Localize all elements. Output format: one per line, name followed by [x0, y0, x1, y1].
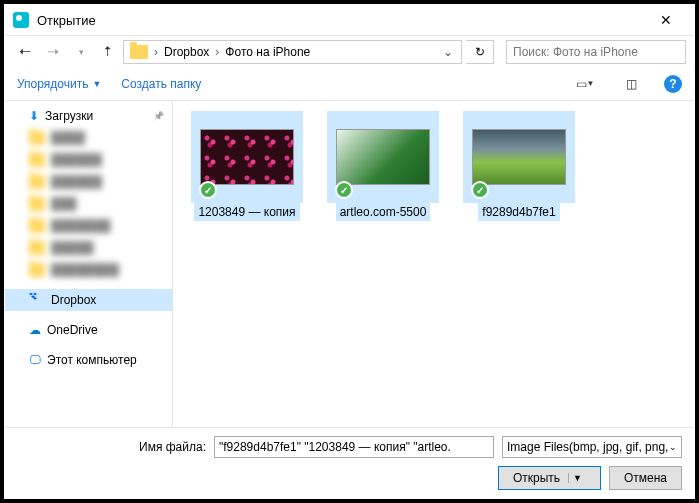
sidebar-item-downloads[interactable]: ⬇ Загрузки	[5, 105, 172, 127]
titlebar: Открытие ✕	[5, 5, 694, 35]
search-input[interactable]: Поиск: Фото на iPhone	[506, 40, 686, 64]
file-name: f9289d4b7fe1	[478, 203, 559, 221]
navigation-tree[interactable]: ⬇ Загрузки ████ ██████ ██████ ███ ██████…	[5, 101, 173, 427]
file-name: artleo.com-5500	[336, 203, 431, 221]
close-button[interactable]: ✕	[646, 5, 686, 35]
dialog-footer: Имя файла: Image Files(bmp, jpg, gif, pn…	[5, 427, 694, 498]
filename-label: Имя файла:	[139, 440, 206, 454]
chevron-down-icon: ▼	[92, 79, 101, 89]
sidebar-item-hidden[interactable]: ███████	[5, 215, 172, 237]
view-options-button[interactable]: ▭ ▼	[572, 73, 598, 95]
file-type-filter[interactable]: Image Files(bmp, jpg, gif, png, ⌄	[502, 436, 682, 458]
open-dropdown[interactable]: ▼	[568, 473, 586, 483]
app-icon	[13, 12, 29, 28]
sync-checkmark-icon	[335, 181, 353, 199]
sidebar-item-hidden[interactable]: ████████	[5, 259, 172, 281]
thumbnail-image	[336, 129, 430, 185]
address-bar[interactable]: › Dropbox › Фото на iPhone ⌄	[123, 40, 462, 64]
download-icon: ⬇	[29, 109, 39, 123]
window-title: Открытие	[37, 13, 646, 28]
open-button[interactable]: Открыть ▼	[498, 466, 601, 490]
back-button[interactable]: 🠐	[13, 40, 37, 64]
chevron-right-icon[interactable]: ›	[152, 45, 160, 59]
recent-dropdown[interactable]: ▾	[69, 40, 93, 64]
sidebar-item-hidden[interactable]: ███	[5, 193, 172, 215]
folder-icon	[130, 45, 148, 59]
sidebar-item-this-pc[interactable]: 🖵 Этот компьютер	[5, 349, 172, 371]
sidebar-item-hidden[interactable]: █████	[5, 237, 172, 259]
chevron-right-icon[interactable]: ›	[213, 45, 221, 59]
sync-checkmark-icon	[199, 181, 217, 199]
dialog-body: ⬇ Загрузки ████ ██████ ██████ ███ ██████…	[5, 101, 694, 427]
navigation-bar: 🠐 🠒 ▾ 🠑 › Dropbox › Фото на iPhone ⌄ ↻ П…	[5, 35, 694, 67]
cancel-button[interactable]: Отмена	[609, 466, 682, 490]
forward-button: 🠒	[41, 40, 65, 64]
sync-checkmark-icon	[471, 181, 489, 199]
filename-input[interactable]	[214, 436, 494, 458]
chevron-down-icon: ⌄	[669, 442, 677, 452]
dropbox-icon	[29, 292, 45, 308]
address-dropdown[interactable]: ⌄	[437, 45, 459, 59]
open-file-dialog: Открытие ✕ 🠐 🠒 ▾ 🠑 › Dropbox › Фото на i…	[4, 4, 695, 499]
file-item[interactable]: f9289d4b7fe1	[463, 111, 575, 221]
new-folder-button[interactable]: Создать папку	[121, 77, 201, 91]
up-button[interactable]: 🠑	[97, 41, 119, 63]
organize-menu[interactable]: Упорядочить ▼	[17, 77, 101, 91]
refresh-button[interactable]: ↻	[466, 40, 494, 64]
file-item[interactable]: 1203849 — копия	[191, 111, 303, 221]
monitor-icon: 🖵	[29, 353, 41, 367]
thumbnail-image	[200, 129, 294, 185]
sidebar-item-onedrive[interactable]: ☁ OneDrive	[5, 319, 172, 341]
file-list[interactable]: 1203849 — копия artleo.com-5500 f9289d4b…	[173, 101, 694, 427]
preview-pane-button[interactable]: ◫	[618, 73, 644, 95]
breadcrumb-dropbox[interactable]: Dropbox	[160, 45, 213, 59]
sidebar-item-hidden[interactable]: ████	[5, 127, 172, 149]
sidebar-item-hidden[interactable]: ██████	[5, 171, 172, 193]
breadcrumb-current[interactable]: Фото на iPhone	[221, 45, 314, 59]
file-item[interactable]: artleo.com-5500	[327, 111, 439, 221]
toolbar: Упорядочить ▼ Создать папку ▭ ▼ ◫ ?	[5, 67, 694, 101]
onedrive-icon: ☁	[29, 323, 41, 337]
sidebar-item-hidden[interactable]: ██████	[5, 149, 172, 171]
thumbnail-image	[472, 129, 566, 185]
help-button[interactable]: ?	[664, 75, 682, 93]
sidebar-item-dropbox[interactable]: Dropbox	[5, 289, 172, 311]
file-name: 1203849 — копия	[194, 203, 299, 221]
